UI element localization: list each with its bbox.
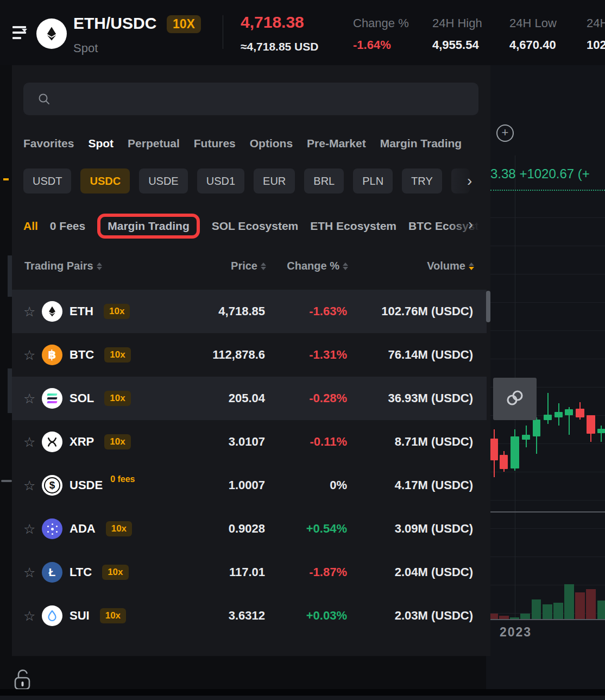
chart-horizontal-gridline [486, 528, 605, 529]
pair-cell: ☆XRP10x [23, 420, 131, 464]
table-row-ltc[interactable]: ☆ŁLTC10x117.01-1.87%2.04M (USDC) [12, 551, 487, 594]
column-label: Volume [427, 260, 465, 272]
sort-up-triangle [97, 262, 102, 266]
sort-icon [261, 262, 266, 270]
table-row-btc[interactable]: ☆฿BTC10x112,878.6-1.31%76.14M (USDC) [12, 333, 487, 377]
table-row-usde[interactable]: ☆$USDE0 fees1.00070%4.17M (USDC) [12, 464, 487, 507]
left-fragment-dash [1, 480, 12, 482]
quote-chip-usdc[interactable]: USDC [80, 168, 130, 193]
chips-scroll-right-chevron-icon[interactable]: › [467, 172, 472, 190]
leverage-badge: 10x [104, 391, 130, 406]
column-header-trading-pairs[interactable]: Trading Pairs [24, 260, 102, 272]
volume-cell: 3.09M (USDC) [395, 522, 473, 536]
hamburger-menu-icon[interactable] [12, 26, 29, 40]
category-filters: All0 FeesMargin TradingSOL EcosystemETH … [23, 209, 488, 243]
quote-chip-usdt[interactable]: USDT [23, 168, 71, 193]
candle-body [500, 455, 508, 469]
favorite-star-icon[interactable]: ☆ [23, 434, 37, 450]
tab-options[interactable]: Options [250, 137, 293, 150]
chart-horizontal-gridline [486, 246, 605, 246]
pair-cell: ☆฿BTC10x [23, 333, 131, 377]
sort-up-triangle [469, 262, 474, 266]
chips-fade [441, 167, 490, 195]
ada-icon [42, 518, 62, 539]
tab-futures[interactable]: Futures [194, 137, 236, 150]
quote-chip-eur[interactable]: EUR [254, 168, 295, 193]
sort-up-triangle [261, 262, 266, 266]
column-header-change-[interactable]: Change % [287, 260, 348, 272]
chart-dotted-price-line [490, 190, 605, 191]
pair-symbol: ETH [70, 304, 93, 318]
search-box[interactable] [23, 83, 478, 115]
sort-down-triangle [261, 267, 266, 270]
pair-title[interactable]: ETH/USDC [73, 14, 156, 33]
filter-all[interactable]: All [23, 220, 38, 233]
quote-chip-pln[interactable]: PLN [353, 168, 393, 193]
table-row-xrp[interactable]: ☆XRP10x3.0107-0.11%8.71M (USDC) [12, 420, 487, 464]
change-cell: 0% [330, 478, 347, 492]
tab-favorites[interactable]: Favorites [23, 137, 74, 150]
pair-symbol: LTC [70, 565, 92, 579]
chart-horizontal-gridline [486, 302, 605, 303]
column-label: Trading Pairs [24, 260, 93, 272]
sort-icon [343, 262, 348, 270]
chart-horizontal-gridline [486, 500, 605, 501]
quote-chip-usde[interactable]: USDE [139, 168, 188, 193]
favorite-star-icon[interactable]: ☆ [23, 608, 37, 624]
table-row-sui[interactable]: ☆SUI10x3.6312+0.03%2.03M (USDC) [12, 594, 487, 638]
leverage-badge: 10x [100, 608, 126, 623]
tab-margin-trading[interactable]: Margin Trading [380, 137, 462, 150]
search-icon [37, 92, 51, 105]
quote-currency-chips: USDTUSDCUSDEUSD1EURBRLPLNTRY [23, 168, 490, 193]
chart-horizontal-gridline [486, 443, 605, 444]
volume-bar [597, 601, 605, 620]
change-cell: +0.54% [306, 522, 347, 536]
pair-cell: ☆ADA10x [23, 507, 132, 551]
quote-chip-brl[interactable]: BRL [304, 168, 344, 193]
volume-bar [575, 592, 585, 620]
chart-horizontal-gridline [486, 217, 605, 218]
tab-spot[interactable]: Spot [88, 137, 114, 150]
header: ETH/USDC 10X Spot 4,718.38 ≈4,718.85 USD… [0, 0, 605, 65]
search-input[interactable] [56, 83, 471, 116]
favorite-star-icon[interactable]: ☆ [23, 565, 37, 580]
chain-link-button[interactable] [493, 378, 537, 420]
circled-plus-icon[interactable]: + [496, 124, 514, 142]
btc-icon: ฿ [42, 345, 62, 365]
quote-chip-usd1[interactable]: USD1 [197, 168, 244, 193]
filter-eth-ecosystem[interactable]: ETH Ecosystem [310, 220, 396, 233]
pair-cell: ☆SUI10x [23, 594, 126, 638]
stat-label: 24H [587, 16, 605, 30]
favorite-star-icon[interactable]: ☆ [23, 391, 37, 407]
filters-scroll-right-chevron-icon[interactable]: › [468, 216, 473, 233]
header-divider [223, 15, 223, 49]
filter-margin-trading-annotated[interactable]: Margin Trading [97, 214, 200, 239]
filter-sol-ecosystem[interactable]: SOL Ecosystem [212, 220, 299, 233]
leverage-badge: 10x [102, 565, 128, 580]
table-row-eth[interactable]: ☆ETH10x4,718.85-1.63%102.76M (USDC) [12, 290, 487, 333]
trading-pairs-table: ☆ETH10x4,718.85-1.63%102.76M (USDC)☆฿BTC… [12, 290, 487, 638]
table-row-ada[interactable]: ☆ADA10x0.9028+0.54%3.09M (USDC) [12, 507, 487, 551]
price-cell: 1.0007 [229, 478, 265, 492]
filter-0-fees[interactable]: 0 Fees [50, 220, 85, 233]
price-cell: 0.9028 [229, 522, 265, 536]
favorite-star-icon[interactable]: ☆ [23, 478, 37, 493]
candle-wick [601, 426, 602, 442]
tab-pre-market[interactable]: Pre-Market [307, 137, 366, 150]
volume-cell: 8.71M (USDC) [395, 435, 473, 449]
table-row-sol[interactable]: ☆SOL10x205.04-0.28%36.93M (USDC) [12, 377, 487, 420]
scrollbar-thumb[interactable] [486, 291, 490, 322]
favorite-star-icon[interactable]: ☆ [23, 304, 37, 320]
left-fragment-block [8, 368, 12, 413]
pair-symbol: SOL [70, 391, 94, 405]
volume-cell: 36.93M (USDC) [388, 391, 473, 405]
stat-label: Change % [353, 16, 409, 30]
favorite-star-icon[interactable]: ☆ [23, 347, 37, 363]
stat-value: -1.64% [353, 38, 391, 52]
quote-chip-try[interactable]: TRY [402, 168, 442, 193]
tab-perpetual[interactable]: Perpetual [128, 137, 180, 150]
column-header-price[interactable]: Price [231, 260, 266, 272]
favorite-star-icon[interactable]: ☆ [23, 521, 37, 537]
column-header-volume[interactable]: Volume [427, 260, 474, 272]
candle-body [490, 439, 498, 460]
